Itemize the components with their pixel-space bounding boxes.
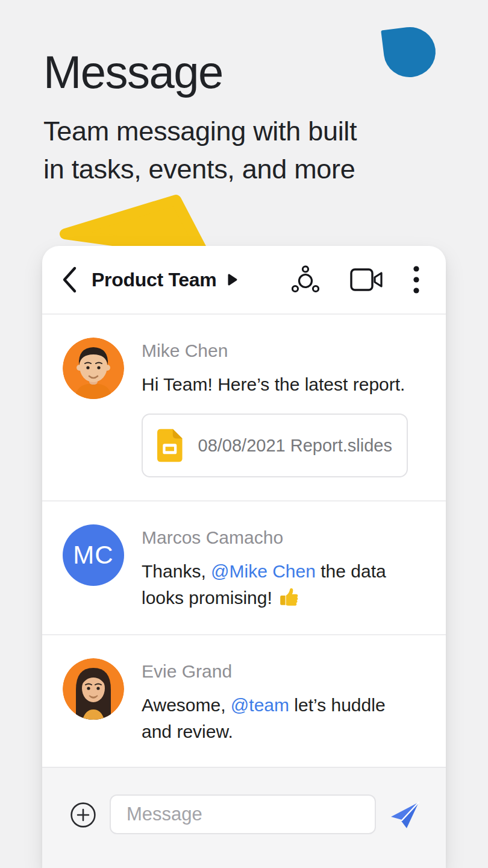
message-body: Evie Grand Awesome, @team let’s huddle a… — [142, 658, 386, 745]
page-title: Message — [43, 46, 223, 98]
message-author: Mike Chen — [142, 340, 408, 362]
message-text-prefix: Awesome, — [142, 695, 231, 715]
slides-file-icon — [157, 423, 183, 468]
video-camera-icon — [349, 266, 383, 293]
message-author: Marcos Camacho — [142, 527, 386, 549]
caret-right-icon — [227, 272, 238, 287]
more-options-button[interactable] — [413, 266, 419, 294]
plus-circle-icon — [70, 802, 96, 828]
yellow-triangle-decoration — [53, 190, 213, 248]
message-row-evie: Evie Grand Awesome, @team let’s huddle a… — [42, 635, 446, 767]
message-list: Mike Chen Hi Team! Here’s the latest rep… — [42, 315, 446, 767]
add-attachment-button[interactable] — [70, 802, 96, 831]
video-call-button[interactable] — [349, 266, 383, 293]
back-chevron-icon — [60, 266, 77, 294]
avatar-marcos-camacho[interactable]: MC — [63, 524, 124, 586]
message-row-marcos: MC Marcos Camacho Thanks, @Mike Chen the… — [42, 502, 446, 634]
photo-avatar-female — [63, 658, 124, 720]
photo-avatar-male — [63, 338, 124, 399]
expand-conversation-button[interactable] — [227, 272, 238, 287]
thumbs-up-emoji-text: 👍 — [277, 585, 278, 585]
mention-link[interactable]: @team — [231, 695, 289, 715]
message-text: Thanks, @Mike Chen the data looks promis… — [142, 558, 386, 611]
attachment-card[interactable]: 08/08/2021 Report.slides — [142, 414, 408, 477]
avatar-mike-chen[interactable] — [63, 338, 124, 399]
avatar-evie-grand[interactable] — [63, 658, 124, 720]
message-row-mike: Mike Chen Hi Team! Here’s the latest rep… — [42, 315, 446, 500]
chat-app-card: Product Team — [42, 246, 446, 868]
huddle-icon — [292, 265, 319, 295]
message-composer — [42, 767, 446, 868]
page-subtitle: Team messaging with built in tasks, even… — [43, 112, 357, 188]
thumbs-up-emoji — [278, 586, 300, 608]
send-button[interactable] — [389, 799, 422, 834]
message-body: Mike Chen Hi Team! Here’s the latest rep… — [142, 338, 408, 477]
message-author: Evie Grand — [142, 661, 386, 682]
kebab-menu-icon — [413, 266, 419, 294]
attachment-filename: 08/08/2021 Report.slides — [198, 436, 392, 456]
message-input[interactable] — [110, 794, 376, 834]
message-text: Awesome, @team let’s huddle and review. — [142, 692, 386, 745]
message-body: Marcos Camacho Thanks, @Mike Chen the da… — [142, 524, 386, 611]
blue-blob-decoration — [381, 24, 438, 80]
send-paper-plane-icon — [389, 799, 422, 832]
message-text: Hi Team! Here’s the latest report. — [142, 371, 408, 398]
conversation-title[interactable]: Product Team — [92, 269, 216, 291]
huddle-button[interactable] — [292, 265, 319, 295]
mention-link[interactable]: @Mike Chen — [211, 561, 316, 581]
chat-header: Product Team — [42, 246, 446, 313]
message-text-prefix: Thanks, — [142, 561, 211, 581]
back-button[interactable] — [60, 266, 77, 294]
